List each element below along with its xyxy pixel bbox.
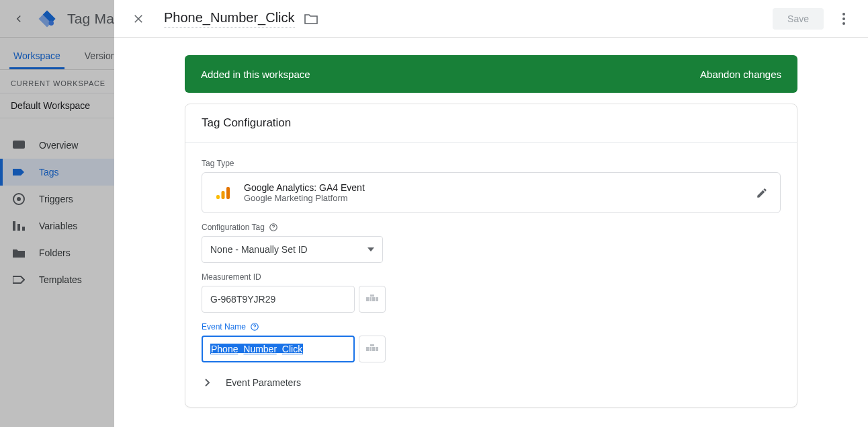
svg-point-23 [255, 328, 255, 329]
banner-message: Added in this workspace [201, 69, 310, 80]
more-menu-icon[interactable] [833, 8, 855, 30]
title-wrap: Phone_Number_Click [164, 10, 318, 28]
measurement-label: Measurement ID [202, 272, 781, 282]
save-button[interactable]: Save [773, 8, 824, 30]
help-icon[interactable] [269, 223, 278, 232]
tag-editor-panel: Phone_Number_Click Save Added in this wo… [114, 0, 868, 427]
measurement-row [202, 286, 781, 313]
tagtype-selector[interactable]: Google Analytics: GA4 Event Google Marke… [202, 172, 781, 213]
svg-rect-12 [216, 195, 220, 199]
event-name-input[interactable]: Phone_Number_Click [202, 336, 355, 362]
edit-tagtype-icon[interactable] [756, 187, 768, 199]
folder-icon[interactable] [304, 13, 318, 24]
svg-rect-25 [370, 347, 372, 351]
event-parameters-toggle[interactable]: Event Parameters [202, 362, 781, 391]
tagtype-name: Google Analytics: GA4 Event [244, 182, 365, 193]
svg-rect-20 [376, 297, 378, 301]
tag-title-input[interactable]: Phone_Number_Click [164, 10, 295, 28]
svg-point-9 [842, 13, 845, 15]
svg-rect-18 [370, 297, 372, 301]
tag-config-card: Tag Configuration Tag Type Google Analyt… [185, 104, 797, 407]
help-icon[interactable] [250, 322, 259, 332]
panel-header: Phone_Number_Click Save [114, 0, 868, 38]
tagtype-text: Google Analytics: GA4 Event Google Marke… [244, 182, 365, 203]
svg-point-11 [842, 22, 845, 25]
svg-rect-27 [376, 347, 378, 351]
panel-body: Added in this workspace Abandon changes … [114, 38, 868, 427]
abandon-changes-button[interactable]: Abandon changes [700, 69, 781, 80]
chevron-right-icon [202, 379, 212, 387]
event-name-row: Phone_Number_Click [202, 336, 781, 362]
svg-rect-28 [370, 344, 374, 346]
svg-point-16 [273, 229, 273, 229]
variable-picker-button[interactable] [359, 286, 386, 313]
svg-rect-17 [366, 297, 369, 301]
tagtype-sub: Google Marketing Platform [244, 193, 365, 203]
svg-rect-14 [226, 187, 230, 199]
card-title: Tag Configuration [185, 104, 797, 143]
event-name-label: Event Name [202, 322, 781, 332]
workspace-banner: Added in this workspace Abandon changes [185, 55, 797, 93]
event-parameters-label: Event Parameters [226, 377, 301, 388]
measurement-id-input[interactable] [202, 286, 355, 313]
close-icon[interactable] [128, 8, 149, 30]
svg-rect-26 [372, 347, 375, 351]
header-right: Save [773, 8, 855, 30]
svg-point-10 [842, 17, 845, 20]
svg-rect-21 [370, 295, 374, 297]
config-tag-label: Configuration Tag [202, 223, 781, 232]
svg-rect-24 [366, 347, 369, 351]
variable-picker-button[interactable] [359, 336, 386, 362]
config-tag-value: None - Manually Set ID [210, 244, 308, 255]
card-body: Tag Type Google Analytics: GA4 Event Goo… [185, 143, 797, 407]
panel-content: Added in this workspace Abandon changes … [185, 55, 797, 427]
svg-rect-19 [372, 297, 375, 301]
svg-rect-13 [222, 191, 225, 199]
tagtype-label: Tag Type [202, 159, 781, 168]
config-tag-select[interactable]: None - Manually Set ID [202, 236, 383, 263]
event-name-value: Phone_Number_Click [210, 344, 303, 354]
dropdown-icon [367, 247, 374, 251]
ga4-icon [214, 184, 232, 202]
